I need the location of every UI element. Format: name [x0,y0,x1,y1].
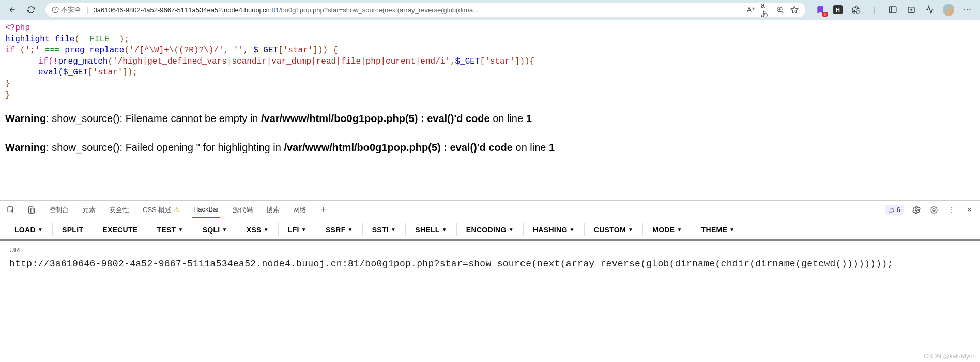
separator [523,223,524,236]
hackbar-mode[interactable]: MODE▼ [647,222,687,237]
devtools-close-icon[interactable]: ✕ [964,205,974,215]
zoom-icon[interactable] [775,5,785,14]
warning-1: Warning: show_source(): Filename cannot … [5,110,975,127]
divider: | [868,4,880,16]
hackbar-toolbar: LOAD▼SPLITEXECUTETEST▼SQLI▼XSS▼LFI▼SSRF▼… [0,219,980,241]
svg-point-4 [967,9,968,10]
separator [316,223,316,236]
hackbar-ssrf[interactable]: SSRF▼ [320,222,358,237]
chevron-down-icon: ▼ [570,227,575,232]
chevron-down-icon: ▼ [391,227,396,232]
hackbar-sqli[interactable]: SQLI▼ [197,222,233,237]
toolbar-icons: 5 H | [813,4,975,16]
url-input[interactable]: http://3a610646-9802-4a52-9667-5111a534e… [9,257,971,273]
separator [193,223,193,236]
devtools-tab-安全性[interactable]: 安全性 [108,201,130,219]
code-line-6: } [5,79,975,90]
security-indicator[interactable]: 不安全 [52,5,81,14]
chevron-down-icon: ▼ [301,227,307,232]
add-tab-icon[interactable]: + [319,205,328,215]
separator [692,223,692,236]
hackbar-load[interactable]: LOAD▼ [9,222,48,237]
hackbar-shell[interactable]: SHELL▼ [410,222,452,237]
chevron-down-icon: ▼ [729,227,734,232]
devtools-tab-元素[interactable]: 元素 [81,201,97,219]
svg-point-11 [931,207,937,213]
page-content: <?php highlight_file(__FILE__); if (';' … [0,20,980,159]
profile-avatar[interactable] [943,4,954,16]
device-icon[interactable] [27,205,36,215]
security-label: 不安全 [61,5,81,14]
devtools-tab-网络[interactable]: 网络 [292,201,308,219]
separator [584,223,585,236]
hackbar-encoding[interactable]: ENCODING▼ [461,222,519,237]
refresh-button[interactable] [24,3,38,17]
chevron-down-icon: ▼ [38,227,43,232]
code-line-1: <?php [5,23,975,34]
code-line-5: eval($_GET['star']); [5,67,975,79]
chevron-down-icon: ▼ [264,227,269,232]
separator [147,223,147,236]
separator: | [86,6,88,14]
devtools-panel: 控制台元素安全性CSS 概述 ⚠HackBar源代码搜索网络 + 6 ✕ LOA… [0,200,980,278]
browser-toolbar: 不安全 | 3a610646-9802-4a52-9667-5111a534ea… [0,0,980,20]
svg-point-10 [933,209,935,211]
code-line-7: } [5,90,975,101]
collections-icon[interactable] [906,4,917,16]
svg-rect-1 [889,7,896,13]
svg-point-5 [969,9,970,10]
devtools-tab-CSS-概述-⚠[interactable]: CSS 概述 ⚠ [142,201,181,219]
separator [237,223,237,236]
chevron-down-icon: ▼ [222,227,227,232]
chevron-down-icon: ▼ [348,227,353,232]
code-line-3: if (';' === preg_replace('/[^\W]+\((?R)?… [5,45,975,56]
translate-icon[interactable]: aあ [761,5,770,14]
h-extension-icon[interactable]: H [833,5,843,14]
devtools-tab-源代码[interactable]: 源代码 [232,201,254,219]
more-icon[interactable] [961,4,973,16]
hackbar-hashing[interactable]: HASHING▼ [528,222,580,237]
chevron-down-icon: ▼ [442,227,447,232]
hackbar-split[interactable]: SPLIT [57,222,88,237]
code-line-2: highlight_file(__FILE__); [5,34,975,46]
svg-point-14 [951,212,952,213]
devtools-tab-搜索[interactable]: 搜索 [265,201,281,219]
sidebar-icon[interactable] [887,4,898,16]
favorite-icon[interactable] [790,5,799,14]
svg-point-12 [951,207,952,208]
settings-icon[interactable] [912,205,921,215]
svg-point-13 [951,209,952,210]
feedback-count[interactable]: 6 [885,205,904,215]
hackbar-xss[interactable]: XSS▼ [241,222,274,237]
extensions-icon[interactable] [850,4,861,16]
devtools-more-icon[interactable] [947,205,956,215]
hackbar-test[interactable]: TEST▼ [151,222,188,237]
svg-point-3 [964,9,965,10]
hackbar-ssti[interactable]: SSTI▼ [367,222,402,237]
warning-2: Warning: show_source(): Failed opening '… [5,139,975,156]
url-label: URL [9,246,971,254]
devtools-tabs: 控制台元素安全性CSS 概述 ⚠HackBar源代码搜索网络 + 6 ✕ [0,201,980,219]
hackbar-lfi[interactable]: LFI▼ [283,222,312,237]
back-button[interactable] [5,3,20,17]
chevron-down-icon: ▼ [677,227,682,232]
hackbar-theme[interactable]: THEME▼ [696,222,740,237]
url-display: 3a610646-9802-4a52-9667-5111a534ea52.nod… [94,6,741,14]
separator [405,223,406,236]
address-bar[interactable]: 不安全 | 3a610646-9802-4a52-9667-5111a534ea… [45,3,805,17]
devtools-tab-HackBar[interactable]: HackBar [192,201,220,218]
reader-icon[interactable]: A⁺ [746,5,756,14]
devtools-tab-控制台[interactable]: 控制台 [48,201,70,219]
separator [52,223,53,236]
devtools-settings-icon[interactable] [929,205,939,215]
code-line-4: if(!preg_match('/high|get_defined_vars|s… [5,56,975,68]
separator [93,223,93,236]
performance-icon[interactable] [924,4,936,16]
svg-point-9 [915,209,917,211]
hackbar-execute[interactable]: EXECUTE [97,222,143,237]
inspect-icon[interactable] [6,205,16,215]
hackbar-custom[interactable]: CUSTOM▼ [589,222,638,237]
bookmark-icon[interactable]: 5 [815,4,826,16]
bookmark-badge: 5 [822,12,828,17]
chevron-down-icon: ▼ [509,227,514,232]
